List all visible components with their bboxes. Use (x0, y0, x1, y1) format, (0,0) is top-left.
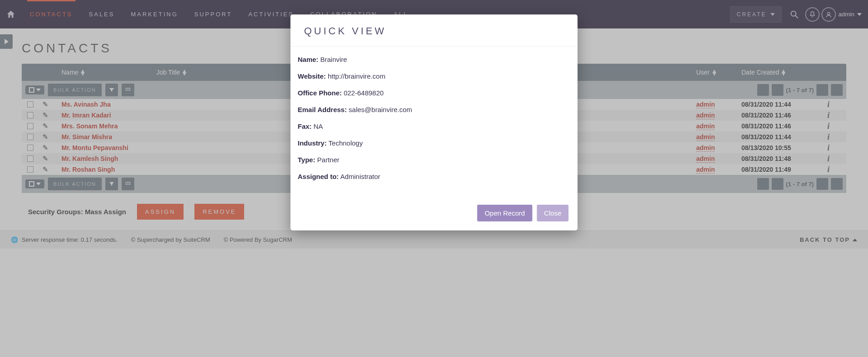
modal-field: Fax: NA (298, 118, 571, 135)
open-record-button[interactable]: Open Record (477, 205, 532, 221)
modal-field: Office Phone: 022-6489820 (298, 85, 571, 101)
modal-field: Name: Brainvire (298, 51, 571, 68)
modal-body: Name: BrainvireWebsite: http://brainvire… (291, 47, 578, 197)
close-button[interactable]: Close (537, 205, 568, 221)
modal-field: Website: http://brainvire.com (298, 68, 571, 85)
modal-field: Industry: Technology (298, 135, 571, 151)
modal-field: Email Address: sales@brainvire.com (298, 101, 571, 118)
modal-field: Type: Partner (298, 151, 571, 168)
quick-view-modal: QUICK VIEW Name: BrainvireWebsite: http:… (291, 14, 578, 230)
modal-title: QUICK VIEW (304, 25, 564, 37)
modal-field: Assigned to: Administrator (298, 168, 571, 185)
